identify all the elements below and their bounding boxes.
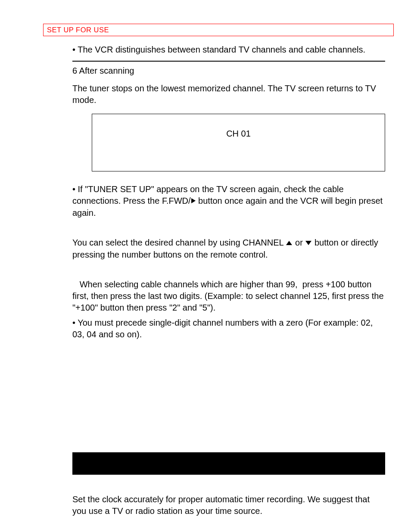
tuner-stop-text: The tuner stops on the lowest memorized …	[72, 83, 385, 106]
header-title: SET UP FOR USE	[47, 26, 109, 34]
triangle-up-icon	[286, 237, 293, 249]
step-6-heading: 6 After scanning	[72, 65, 385, 77]
cable-channel-note: When selecting cable channels which are …	[72, 279, 385, 314]
section-heading-bar	[72, 452, 385, 475]
channel-display: CH 01	[226, 128, 251, 140]
svg-marker-2	[305, 241, 311, 245]
svg-marker-1	[286, 241, 292, 245]
channel-select-pre: You can select the desired channel by us…	[72, 238, 286, 247]
section-divider	[72, 61, 385, 62]
triangle-down-icon	[305, 237, 312, 249]
play-icon	[191, 195, 196, 207]
tuner-setup-note: • If "TUNER SET UP" appears on the TV sc…	[72, 184, 385, 219]
svg-marker-0	[191, 198, 196, 203]
header-box: SET UP FOR USE	[43, 24, 394, 36]
channel-select-note: You can select the desired channel by us…	[72, 237, 385, 261]
clock-instruction: Set the clock accurately for proper auto…	[72, 494, 385, 517]
bullet-tv-cable: • The VCR distinguishes between standard…	[72, 44, 385, 56]
single-digit-note: • You must precede single-digit channel …	[72, 317, 385, 340]
tv-screen-box: CH 01	[92, 114, 385, 171]
channel-select-mid: or	[293, 238, 305, 247]
